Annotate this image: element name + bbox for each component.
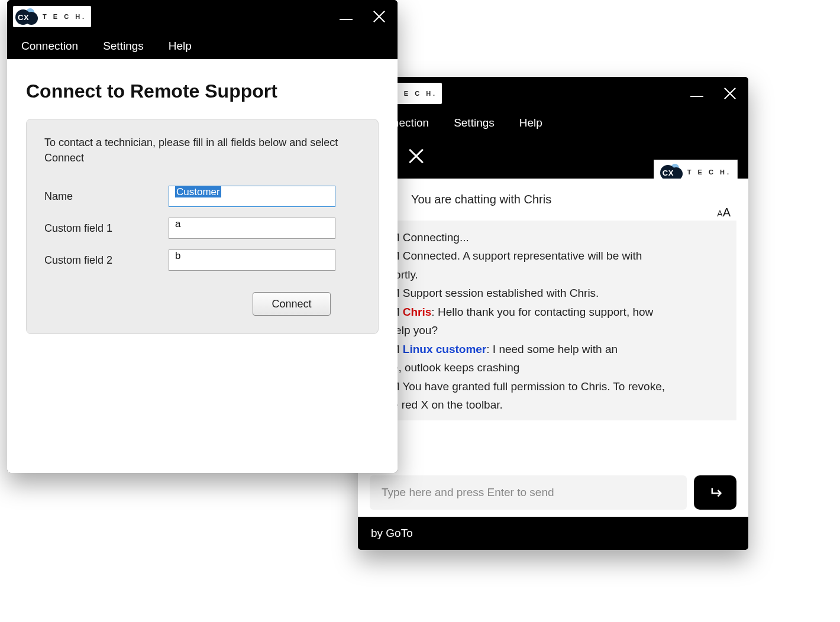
connect-button[interactable]: Connect bbox=[253, 292, 331, 316]
menu-settings[interactable]: Settings bbox=[103, 40, 144, 53]
chat-line: AM Linux customer: I need some help with… bbox=[383, 341, 723, 358]
brand-badge-icon: CX bbox=[660, 164, 685, 180]
page-title: Connect to Remote Support bbox=[26, 80, 379, 102]
chat-line: ate, outlook keeps crashing bbox=[383, 359, 723, 376]
minimize-button[interactable] bbox=[340, 19, 353, 20]
chat-input[interactable]: Type here and press Enter to send bbox=[370, 475, 687, 510]
menubar: Connection Settings Help bbox=[7, 33, 398, 59]
chat-line: AM Support session established with Chri… bbox=[383, 284, 723, 302]
name-label: Name bbox=[44, 190, 169, 203]
chat-line: the red X on the toolbar. bbox=[383, 396, 723, 413]
menu-help[interactable]: Help bbox=[519, 116, 542, 129]
chat-window: CX T E C H. Connection Settings Help S C… bbox=[358, 77, 748, 550]
font-size-icon[interactable]: AA bbox=[717, 206, 731, 219]
brand-text: T E C H. bbox=[393, 90, 437, 97]
chat-line: AM Chris: Hello thank you for contacting… bbox=[383, 303, 723, 320]
brand-badge-icon: CX bbox=[15, 8, 40, 25]
custom1-input[interactable]: a bbox=[169, 218, 335, 239]
chat-tab-close-icon[interactable] bbox=[408, 148, 424, 164]
chat-body: You are chatting with Chris AA AM Connec… bbox=[358, 179, 748, 517]
close-button[interactable] bbox=[723, 87, 736, 100]
chat-line: AM Connecting... bbox=[383, 229, 723, 246]
custom2-input[interactable]: b bbox=[169, 250, 335, 271]
chat-line: shortly. bbox=[383, 266, 723, 283]
name-input[interactable]: Customer bbox=[169, 186, 335, 207]
chat-line: I help you? bbox=[383, 322, 723, 339]
minimize-button[interactable] bbox=[690, 96, 703, 97]
titlebar: CX T E C H. bbox=[7, 0, 398, 33]
custom1-label: Custom field 1 bbox=[44, 222, 169, 235]
chat-line: AM You have granted full permission to C… bbox=[383, 378, 723, 395]
menu-settings[interactable]: Settings bbox=[454, 116, 495, 129]
close-button[interactable] bbox=[373, 10, 386, 23]
chatting-with-label: You are chatting with Chris AA bbox=[358, 179, 748, 221]
brand-logo: CX T E C H. bbox=[13, 6, 91, 27]
custom2-label: Custom field 2 bbox=[44, 254, 169, 267]
menu-help[interactable]: Help bbox=[169, 40, 192, 53]
connect-window: CX T E C H. Connection Settings Help Con… bbox=[7, 0, 398, 473]
chat-tabbar: S CX T E C H. bbox=[358, 136, 748, 179]
menu-connection[interactable]: Connection bbox=[21, 40, 78, 53]
brand-text: T E C H. bbox=[43, 13, 86, 20]
chat-line: AM Connected. A support representative w… bbox=[383, 247, 723, 264]
connect-content: Connect to Remote Support To contact a t… bbox=[7, 59, 398, 473]
instructions: To contact a technician, please fill in … bbox=[44, 135, 360, 166]
enter-icon: ↵ bbox=[709, 483, 722, 503]
brand-text: T E C H. bbox=[687, 169, 731, 176]
titlebar: CX T E C H. bbox=[358, 77, 748, 110]
send-button[interactable]: ↵ bbox=[694, 475, 736, 510]
footer: by GoTo bbox=[358, 517, 748, 550]
menubar: Connection Settings Help bbox=[358, 110, 748, 136]
chat-log: AM Connecting...AM Connected. A support … bbox=[370, 221, 736, 420]
form-panel: To contact a technician, please fill in … bbox=[26, 119, 379, 334]
